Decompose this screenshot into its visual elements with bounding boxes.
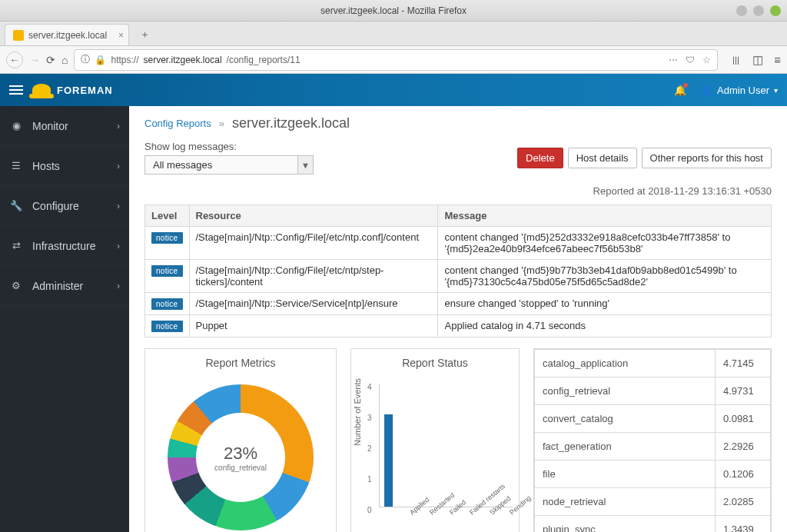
sidebar-item-label: Infrastructure [32, 240, 108, 252]
report-status-panel: Report Status Number of Events 01234 App… [350, 348, 520, 532]
dashboard-icon: ◉ [9, 120, 23, 131]
window-titlebar: server.itzgeek.local - Mozilla Firefox [0, 0, 787, 22]
breadcrumb-sep-icon: » [219, 118, 224, 129]
forward-button[interactable]: → [29, 54, 40, 66]
metrics-donut-chart[interactable]: 23% config_retrieval [168, 384, 314, 530]
user-menu[interactable]: 👤 Admin User ▾ [700, 85, 778, 96]
reported-at: Reported at 2018-11-29 13:16:31 +0530 [129, 181, 787, 204]
cell-message: Applied catalog in 4.71 seconds [438, 315, 772, 337]
new-tab-button[interactable]: ＋ [134, 24, 155, 45]
browser-tab[interactable]: server.itzgeek.local × [5, 24, 129, 45]
table-row: node_retrieval2.0285 [535, 488, 771, 516]
level-badge: notice [151, 232, 183, 244]
col-message: Message [438, 205, 772, 227]
stat-key: config_retrieval [535, 377, 716, 405]
stat-value: 2.0285 [716, 488, 771, 516]
other-reports-button[interactable]: Other reports for this host [642, 148, 772, 168]
filter-label: Show log messages: [144, 141, 314, 152]
stat-value: 2.2926 [716, 433, 771, 461]
maximize-icon[interactable] [753, 5, 764, 16]
panel-title: Report Status [351, 349, 519, 377]
shield-icon[interactable]: 🛡 [686, 55, 695, 65]
cell-resource: /Stage[main]/Ntp::Config/File[/etc/ntp.c… [189, 227, 438, 260]
chevron-right-icon: › [117, 121, 120, 131]
user-icon: 👤 [700, 85, 712, 96]
back-button[interactable]: ← [6, 52, 23, 68]
table-row: notice/Stage[main]/Ntp::Config/File[/etc… [145, 260, 772, 293]
sidebar-item-label: Hosts [32, 160, 108, 172]
cell-message: ensure changed 'stopped' to 'running' [438, 293, 772, 315]
stat-key: catalog_application [535, 350, 716, 377]
sidebar-item-hosts[interactable]: ☰ Hosts › [0, 146, 129, 186]
cell-resource: Puppet [189, 315, 438, 337]
table-row: file0.1206 [535, 461, 771, 488]
ytick: 0 [367, 506, 372, 514]
chevron-down-icon: ▼ [298, 155, 314, 175]
window-controls [736, 5, 781, 16]
chevron-right-icon: › [117, 201, 120, 211]
close-icon[interactable] [770, 5, 781, 16]
table-row: noticePuppetApplied catalog in 4.71 seco… [145, 315, 772, 337]
report-metrics-panel: Report Metrics 23% config_retrieval [144, 348, 337, 532]
foreman-logo[interactable]: FOREMAN [32, 84, 113, 96]
sidebar-item-label: Configure [32, 200, 108, 212]
cell-resource: /Stage[main]/Ntp::Config/File[/etc/ntp/s… [189, 260, 438, 293]
stat-key: plugin_sync [535, 516, 716, 533]
nav-toggle-button[interactable] [9, 85, 23, 95]
library-icon[interactable]: ⫼ [730, 53, 742, 67]
select-value: All messages [144, 155, 298, 175]
delete-button[interactable]: Delete [517, 148, 563, 168]
tab-title: server.itzgeek.local [28, 30, 107, 41]
breadcrumb-parent[interactable]: Config Reports [144, 118, 211, 129]
home-button[interactable]: ⌂ [61, 54, 68, 66]
sidebar-item-label: Administer [32, 280, 108, 292]
window-title: server.itzgeek.local - Mozilla Firefox [320, 5, 467, 16]
level-badge: notice [151, 298, 183, 310]
menu-icon[interactable]: ≡ [774, 53, 781, 67]
browser-tabstrip: server.itzgeek.local × ＋ [0, 22, 787, 46]
log-filter-select[interactable]: All messages ▼ [144, 155, 314, 175]
url-prefix: https:// [111, 55, 138, 65]
ytick: 1 [367, 475, 372, 484]
cell-message: content changed '{md5}9b77b3b3eb41daf0b9… [438, 260, 772, 293]
stat-value: 4.7145 [716, 350, 771, 377]
stat-value: 4.9731 [716, 377, 771, 405]
server-icon: ☰ [9, 160, 23, 171]
stats-table-panel: catalog_application4.7145config_retrieva… [533, 348, 772, 532]
sidebar-item-administer[interactable]: ⚙ Administer › [0, 266, 129, 306]
sidebar-item-infrastructure[interactable]: ⇄ Infrastructure › [0, 226, 129, 266]
bar[interactable] [384, 414, 393, 507]
log-table: Level Resource Message notice/Stage[main… [144, 204, 772, 337]
info-icon[interactable]: ⓘ [81, 53, 90, 66]
donut-center-label: config_retrieval [214, 464, 267, 472]
notifications-button[interactable]: 🔔 [674, 85, 686, 96]
bookmark-icon[interactable]: ☆ [702, 55, 711, 65]
app-name: FOREMAN [57, 85, 113, 96]
minimize-icon[interactable] [736, 5, 747, 16]
app-header: FOREMAN 🔔 👤 Admin User ▾ [0, 74, 787, 106]
table-row: fact_generation2.2926 [535, 433, 771, 461]
breadcrumb: Config Reports » server.itzgeek.local [129, 106, 787, 138]
table-row: config_retrieval4.9731 [535, 377, 771, 405]
col-resource: Resource [189, 205, 438, 227]
level-badge: notice [151, 321, 183, 332]
ytick: 4 [367, 383, 372, 391]
sidebar-item-monitor[interactable]: ◉ Monitor › [0, 106, 129, 146]
tab-close-icon[interactable]: × [118, 30, 124, 41]
table-row: catalog_application4.7145 [535, 350, 771, 377]
stat-value: 1.3439 [716, 516, 771, 533]
sidebar-item-configure[interactable]: 🔧 Configure › [0, 186, 129, 226]
chart-ylabel: Number of Events [353, 378, 362, 446]
reload-button[interactable]: ⟳ [46, 54, 55, 66]
host-details-button[interactable]: Host details [568, 148, 637, 168]
chevron-down-icon: ▾ [774, 86, 778, 95]
url-more-icon[interactable]: ⋯ [669, 55, 678, 65]
lock-icon: 🔒 [95, 55, 106, 65]
donut-center-value: 23% [224, 444, 257, 464]
url-bar[interactable]: ⓘ 🔒 https://server.itzgeek.local/config_… [74, 49, 718, 71]
sidebar-icon[interactable]: ◫ [752, 53, 763, 67]
stat-key: fact_generation [535, 433, 716, 461]
table-row: notice/Stage[main]/Ntp::Service/Service[… [145, 293, 772, 315]
chevron-right-icon: › [117, 281, 120, 291]
ytick: 3 [367, 414, 372, 422]
